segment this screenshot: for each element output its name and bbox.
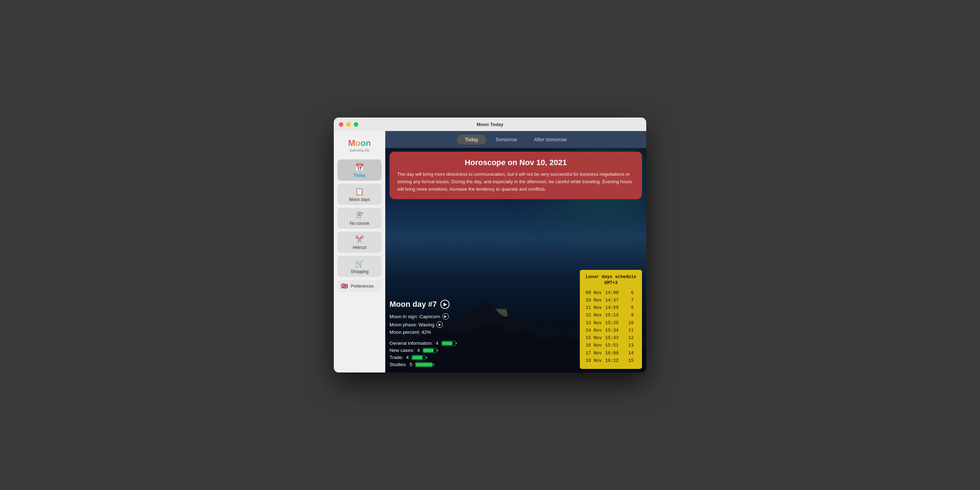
titlebar: Moon Today [334,118,646,131]
today-icon: 📅 [355,163,364,172]
window-title: Moon Today [477,122,503,127]
schedule-row: 18 Nov 16:12 15 [585,357,636,365]
moon-phase-label: Moon phase: Waxing [390,322,434,328]
rating-general: General information: 4 [390,340,455,346]
schedule-row: 15 Nov 15:43 12 [585,334,636,342]
schedule-time: 15:34 [605,327,623,334]
schedule-month: 16 Nov [585,342,601,349]
moon-sign-info-icon[interactable]: ▶ [442,313,449,320]
rating-general-bar [441,341,455,346]
rating-new-cases-label: New cases: [390,348,414,353]
moon-days-icon: 📋 [355,187,364,196]
schedule-header-line2: GMT+3 [585,280,636,286]
sidebar-nav: 📅 Today 📋 Moon days ⛈ No course ✂️ Heirc… [334,159,385,292]
no-course-icon: ⛈ [356,211,363,220]
preferences-label: Preferences [351,284,374,289]
horoscope-card: Horoscope on Nov 10, 2021 The day will b… [390,152,642,199]
rating-new-cases-value: 4 [417,348,420,353]
moon-percent: Moon percent: 42% [390,329,455,335]
moon-info: Moon day #7 ▶ Moon in sign: Capricorn ▶ … [390,300,455,369]
moon-days-label: Moon days [349,197,370,202]
schedule-row: 10 Nov 14:37 7 [585,297,636,304]
minimize-button[interactable] [346,122,351,127]
tab-today[interactable]: Today [457,135,486,145]
schedule-day: 10 [626,320,633,327]
schedule-time: 16:00 [605,350,623,357]
moon-sign-label: Moon in sign: Capricorn [390,314,440,319]
schedule-header: Lunar days schedule GMT+3 [585,274,636,286]
schedule-month: 14 Nov [585,327,601,334]
today-label: Today [353,173,365,178]
app-body: Moon astrolog.life 📅 Today 📋 Moon days ⛈ [334,131,646,372]
no-course-label: No course [350,221,369,226]
horoscope-title: Horoscope on Nov 10, 2021 [397,158,634,167]
horoscope-text: The day will bring more directness to co… [397,171,634,193]
schedule-row: 14 Nov 15:34 11 [585,327,636,334]
rating-general-label: General information: [390,340,433,346]
sidebar-item-no-course[interactable]: ⛈ No course [337,208,382,229]
shopping-label: Shopping [350,269,369,274]
moon-day-title: Moon day #7 ▶ [390,300,455,309]
main-content: Today Tomorrow After tomorrow [385,131,646,372]
close-button[interactable] [339,122,344,127]
sidebar-item-today[interactable]: 📅 Today [337,159,382,181]
schedule-header-line1: Lunar days schedule [585,274,636,280]
schedule-time: 14:00 [605,290,623,297]
rating-trade: Trade: 4 [390,355,455,360]
schedule-day: 6 [626,290,633,297]
schedule-rows: 09 Nov 14:00 6 10 Nov 14:37 7 11 Nov 14:… [585,290,636,365]
traffic-lights [339,122,358,127]
schedule-time: 15:14 [605,312,623,319]
schedule-row: 13 Nov 15:25 10 [585,320,636,327]
sidebar: Moon astrolog.life 📅 Today 📋 Moon days ⛈ [334,131,385,372]
schedule-time: 15:25 [605,320,623,327]
rating-trade-label: Trade: [390,355,403,360]
schedule-table: Lunar days schedule GMT+3 09 Nov 14:00 6… [580,270,642,369]
schedule-day: 9 [626,312,633,319]
sidebar-item-moon-days[interactable]: 📋 Moon days [337,184,382,205]
schedule-month: 11 Nov [585,304,601,312]
rating-general-value: 4 [436,340,439,346]
schedule-time: 16:12 [605,357,623,365]
rating-new-cases-bar [423,348,437,353]
app-brand-subtitle: astrolog.life [348,148,371,152]
haircut-label: Heircut [353,245,366,250]
tab-tomorrow[interactable]: Tomorrow [487,135,525,145]
schedule-day: 12 [626,334,633,342]
app-window: Moon Today Moon astrolog.life 📅 Today 📋 [334,118,646,372]
schedule-row: 12 Nov 15:14 9 [585,312,636,319]
schedule-month: 10 Nov [585,297,601,304]
sidebar-item-preferences[interactable]: 🇬🇧 Preferences [337,280,382,292]
flag-icon: 🇬🇧 [341,283,348,290]
schedule-month: 09 Nov [585,290,601,297]
haircut-icon: ✂️ [355,235,364,243]
schedule-day: 11 [626,327,633,334]
schedule-month: 15 Nov [585,334,601,342]
sidebar-item-shopping[interactable]: 🛒 Shopping [337,256,382,277]
moon-day-arrow-icon[interactable]: ▶ [440,300,450,309]
schedule-day: 7 [626,297,633,304]
maximize-button[interactable] [354,122,358,127]
schedule-month: 18 Nov [585,357,601,365]
sidebar-item-haircut[interactable]: ✂️ Heircut [337,232,382,253]
schedule-row: 11 Nov 14:59 8 [585,304,636,312]
app-brand-title: Moon [348,138,371,148]
schedule-day: 13 [626,342,633,349]
tab-after-tomorrow[interactable]: After tomorrow [526,135,574,145]
schedule-time: 14:59 [605,304,623,312]
tab-bar: Today Tomorrow After tomorrow [385,131,646,148]
rating-studies: Studies: 5 [390,362,455,367]
schedule-month: 17 Nov [585,350,601,357]
schedule-day: 8 [626,304,633,312]
moon-phase-info-icon[interactable]: ▶ [436,321,443,328]
schedule-month: 12 Nov [585,312,601,319]
rating-studies-bar [415,362,433,367]
schedule-time: 15:51 [605,342,623,349]
moon-phase-detail: Moon phase: Waxing ▶ [390,321,455,328]
rating-studies-label: Studies: [390,362,407,367]
schedule-row: 09 Nov 14:00 6 [585,290,636,297]
schedule-row: 16 Nov 15:51 13 [585,342,636,349]
rating-studies-value: 5 [410,362,413,367]
moon-day-label: Moon day #7 [390,300,437,309]
content-area: Horoscope on Nov 10, 2021 The day will b… [385,148,646,372]
